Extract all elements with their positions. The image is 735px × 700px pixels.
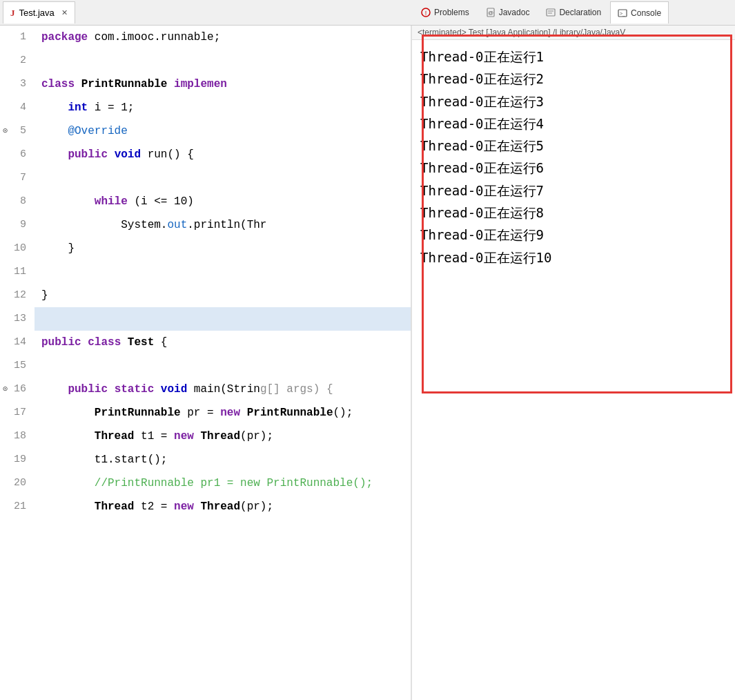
line-content-2 bbox=[35, 49, 414, 72]
code-line-11: 11 bbox=[0, 260, 414, 284]
svg-rect-4 bbox=[547, 9, 555, 16]
code-line-4: 4 int i = 1; bbox=[0, 96, 414, 119]
code-line-12: 12 } bbox=[0, 284, 414, 307]
line-num-17: 17 bbox=[0, 401, 35, 425]
code-line-9: 9 System.out.println(Thr bbox=[0, 213, 414, 237]
line-num-21: 21 bbox=[0, 495, 35, 518]
line-content-5: @Override bbox=[35, 119, 414, 143]
javadoc-icon: @ bbox=[486, 8, 496, 17]
console-row-1: Thread-0正在运行1 bbox=[420, 46, 727, 68]
code-line-15: 15 bbox=[0, 354, 414, 378]
console-row-10: Thread-0正在运行10 bbox=[420, 246, 727, 269]
console-row-3: Thread-0正在运行3 bbox=[420, 90, 727, 113]
line-num-5: ⊙5 bbox=[0, 119, 35, 143]
line-num-4: 4 bbox=[0, 96, 35, 119]
line-content-17: PrintRunnable pr = new PrintRunnable(); bbox=[35, 401, 414, 425]
line-num-2: 2 bbox=[0, 49, 35, 72]
line-num-9: 9 bbox=[0, 213, 35, 237]
line-num-15: 15 bbox=[0, 354, 35, 378]
thread-output-9: Thread-0正在运行9 bbox=[420, 224, 544, 246]
line-content-7 bbox=[35, 166, 414, 190]
console-row-2: Thread-0正在运行2 bbox=[420, 68, 727, 90]
problems-icon: ! bbox=[421, 8, 431, 17]
thread-output-3: Thread-0正在运行3 bbox=[420, 90, 544, 113]
code-editor: 1 package com.imooc.runnable; 2 3 class … bbox=[0, 26, 414, 700]
line-num-18: 18 bbox=[0, 425, 35, 448]
line-num-12: 12 bbox=[0, 284, 35, 307]
tab-label: Test.java bbox=[19, 8, 55, 18]
console-icon: >_ bbox=[618, 8, 627, 18]
line-content-20: //PrintRunnable pr1 = new PrintRunnable(… bbox=[35, 471, 414, 495]
svg-text:@: @ bbox=[488, 10, 493, 16]
problems-label: Problems bbox=[434, 8, 469, 17]
console-row-7: Thread-0正在运行7 bbox=[420, 179, 727, 202]
line-num-19: 19 bbox=[0, 448, 35, 471]
code-line-21: 21 Thread t2 = new Thread(pr); bbox=[0, 495, 414, 518]
line-content-6: public void run() { bbox=[35, 143, 414, 166]
thread-output-10: Thread-0正在运行10 bbox=[420, 246, 551, 269]
line-num-3: 3 bbox=[0, 72, 35, 96]
code-line-14: 14 public class Test { bbox=[0, 331, 414, 354]
console-content: Thread-0正在运行1 Thread-0正在运行2 Thread-0正在运行… bbox=[412, 40, 735, 274]
line-num-16: ⊙16 bbox=[0, 378, 35, 401]
line-num-20: 20 bbox=[0, 471, 35, 495]
code-line-18: 18 Thread t1 = new Thread(pr); bbox=[0, 425, 414, 448]
java-icon: J bbox=[10, 8, 15, 19]
code-line-2: 2 bbox=[0, 49, 414, 72]
console-panel: <terminated> Test [Java Application] /Li… bbox=[411, 26, 735, 700]
tab-close-icon[interactable]: ✕ bbox=[61, 8, 68, 17]
line-content-19: t1.start(); bbox=[35, 448, 414, 471]
code-line-6: 6 public void run() { bbox=[0, 143, 414, 166]
line-num-7: 7 bbox=[0, 166, 35, 190]
line-content-12: } bbox=[35, 284, 414, 307]
line-content-13 bbox=[35, 307, 414, 331]
line-num-14: 14 bbox=[0, 331, 35, 354]
code-line-16: ⊙16 public static void main(String[] arg… bbox=[0, 378, 414, 401]
line-num-10: 10 bbox=[0, 237, 35, 260]
line-content-1: package com.imooc.runnable; bbox=[35, 26, 414, 49]
line-num-6: 6 bbox=[0, 143, 35, 166]
thread-output-1: Thread-0正在运行1 bbox=[420, 46, 544, 68]
line-content-16: public static void main(String[] args) { bbox=[35, 378, 414, 401]
line-num-13: 13 bbox=[0, 307, 35, 331]
tab-console[interactable]: >_ Console bbox=[610, 1, 669, 23]
console-row-6: Thread-0正在运行6 bbox=[420, 157, 727, 179]
thread-output-4: Thread-0正在运行4 bbox=[420, 113, 544, 135]
tab-javadoc[interactable]: @ Javadoc bbox=[478, 1, 538, 23]
tab-problems[interactable]: ! Problems bbox=[413, 1, 477, 23]
line-num-8: 8 bbox=[0, 190, 35, 213]
line-content-14: public class Test { bbox=[35, 331, 414, 354]
line-content-9: System.out.println(Thr bbox=[35, 213, 414, 237]
code-line-3: 3 class PrintRunnable implemen bbox=[0, 72, 414, 96]
line-content-18: Thread t1 = new Thread(pr); bbox=[35, 425, 414, 448]
declaration-icon bbox=[546, 8, 556, 17]
console-row-9: Thread-0正在运行9 bbox=[420, 224, 727, 246]
thread-output-6: Thread-0正在运行6 bbox=[420, 157, 544, 179]
svg-text:!: ! bbox=[425, 10, 427, 17]
javadoc-label: Javadoc bbox=[499, 8, 530, 17]
code-line-7: 7 bbox=[0, 166, 414, 190]
code-line-13: 13 bbox=[0, 307, 414, 331]
code-line-10: 10 } bbox=[0, 237, 414, 260]
line-content-10: } bbox=[35, 237, 414, 260]
line-content-15 bbox=[35, 354, 414, 378]
line-content-11 bbox=[35, 260, 414, 284]
svg-text:>_: >_ bbox=[620, 11, 625, 17]
thread-output-5: Thread-0正在运行5 bbox=[420, 135, 544, 157]
code-line-1: 1 package com.imooc.runnable; bbox=[0, 26, 414, 49]
declaration-label: Declaration bbox=[559, 8, 601, 17]
console-row-5: Thread-0正在运行5 bbox=[420, 135, 727, 157]
code-line-5: ⊙5 @Override bbox=[0, 119, 414, 143]
tab-declaration[interactable]: Declaration bbox=[538, 1, 609, 23]
line-content-4: int i = 1; bbox=[35, 96, 414, 119]
code-line-17: 17 PrintRunnable pr = new PrintRunnable(… bbox=[0, 401, 414, 425]
code-line-19: 19 t1.start(); bbox=[0, 448, 414, 471]
line-content-8: while (i <= 10) bbox=[35, 190, 414, 213]
thread-output-7: Thread-0正在运行7 bbox=[420, 179, 544, 202]
console-label: Console bbox=[631, 8, 661, 18]
line-num-1: 1 bbox=[0, 26, 35, 49]
thread-output-2: Thread-0正在运行2 bbox=[420, 68, 544, 90]
line-num-11: 11 bbox=[0, 260, 35, 284]
console-header: <terminated> Test [Java Application] /Li… bbox=[412, 26, 735, 40]
editor-tab[interactable]: J Test.java ✕ bbox=[3, 1, 75, 23]
